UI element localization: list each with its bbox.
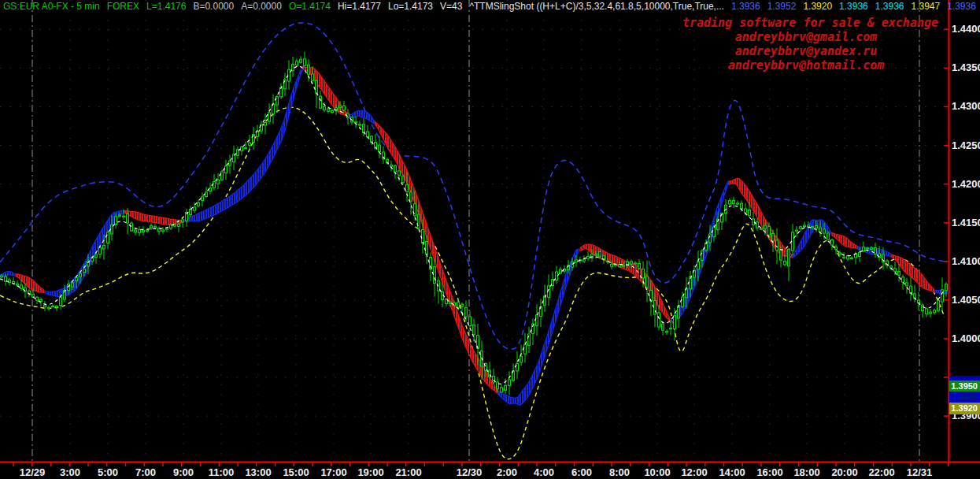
header-segment: 1.3952 [767,1,797,12]
header-segment: 1.3936 [731,1,760,12]
y-axis-label: 1.4350 [952,62,980,73]
header-segment: A=0.0000 [241,1,282,12]
watermark-line: trading software for sale & exchange [674,16,938,30]
header-segment: 1.3936 [947,1,976,12]
header-segment: GS:EUR A0-FX - 5 min [3,1,100,12]
header-segment: B=0.0000 [193,1,234,12]
header-segment: O=1.4174 [289,1,331,12]
watermark-line: andreybbrv@hotmail.com [674,58,938,72]
header-segment: ^TTMSlingShot ((H+L+C)/3,5,32.4,61.8,5,1… [469,1,724,12]
watermark-line: andreybbrv@yandex.ru [674,44,938,58]
header-segment: V=43 [440,1,462,12]
y-axis-label: 1.4250 [952,140,980,151]
y-axis-label: 1.4000 [952,333,980,344]
y-axis-label: 1.4100 [952,256,980,267]
price-marker-badge: 1.3936 [949,392,980,403]
price-marker-badge: 1.3920 [949,403,980,414]
watermark: trading software for sale & exchange and… [674,16,938,72]
x-axis-label: 21:00 [386,466,431,478]
header-segment: Hi=1.4177 [338,1,381,12]
header-segment: FOREX [107,1,139,12]
header-segment: 1.3936 [875,1,904,12]
watermark-line: andreybbrv@gmail.com [674,30,938,44]
header-segment: 1.3936 [839,1,868,12]
trading-app-window: { "header": { "segments": [ {"text": "GS… [0,0,980,479]
y-axis-label: 1.4400 [952,24,980,35]
header-segment: L=1.4176 [146,1,186,12]
header-segment: 1.3947 [911,1,940,12]
quote-header: GS:EUR A0-FX - 5 minFOREXL=1.4176B=0.000… [3,2,980,11]
header-segment: Lo=1.4173 [388,1,433,12]
x-axis-label: 12/31 [897,466,941,478]
price-marker-badge: 1.3950 [949,381,980,392]
y-axis-label: 1.4050 [952,295,980,306]
y-axis-label: 1.4200 [952,179,980,190]
y-axis-label: 1.4300 [952,101,980,112]
header-segment: 1.3920 [803,1,832,12]
y-axis-label: 1.4150 [952,217,980,228]
